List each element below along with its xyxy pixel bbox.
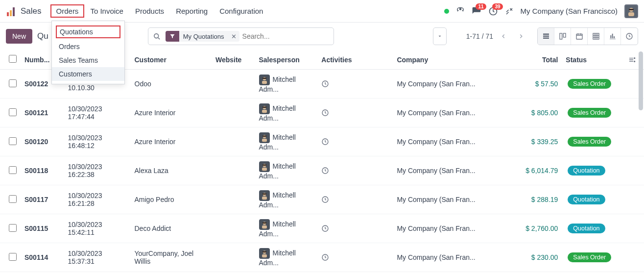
pager-prev[interactable] xyxy=(496,29,511,44)
table-row[interactable]: S0011710/30/2023 16:21:28Amigo PedroMitc… xyxy=(0,185,644,214)
clock-icon xyxy=(321,167,389,175)
col-customer[interactable]: Customer xyxy=(131,50,212,70)
svg-rect-42 xyxy=(262,197,267,200)
col-website[interactable]: Website xyxy=(212,50,255,70)
clock-icon xyxy=(321,138,389,146)
cell-company: My Company (San Fran... xyxy=(393,156,514,185)
cell-activity[interactable] xyxy=(317,156,393,185)
clock-icon xyxy=(321,225,389,232)
messages-icon[interactable]: 11 xyxy=(472,6,481,16)
cell-total: $ 230.00 xyxy=(514,243,562,272)
cell-website xyxy=(212,127,255,156)
cell-website xyxy=(212,214,255,243)
nav-reporting[interactable]: Reporting xyxy=(170,4,214,18)
cell-company: My Company (San Fran... xyxy=(393,214,514,243)
column-options-icon[interactable] xyxy=(628,56,636,64)
cell-activity[interactable] xyxy=(317,99,393,127)
row-checkbox[interactable] xyxy=(9,108,17,116)
cell-activity[interactable] xyxy=(317,185,393,214)
cell-company: My Company (San Fran... xyxy=(393,185,514,214)
dropdown-sales-teams[interactable]: Sales Teams xyxy=(52,53,124,67)
select-all-checkbox[interactable] xyxy=(9,55,17,63)
cell-activity[interactable] xyxy=(317,272,393,275)
avatar-icon xyxy=(259,75,270,85)
cell-activity[interactable] xyxy=(317,127,393,156)
status-badge: Sales Order xyxy=(568,108,611,118)
user-avatar[interactable] xyxy=(624,4,638,18)
dropdown-quotations[interactable]: Quotations xyxy=(56,25,120,38)
activities-icon[interactable]: 39 xyxy=(488,6,498,16)
svg-rect-32 xyxy=(262,139,267,142)
pager-next[interactable] xyxy=(514,29,528,44)
app-name[interactable]: Sales xyxy=(21,6,42,16)
status-badge: Sales Order xyxy=(568,137,611,147)
scrollbar[interactable] xyxy=(639,51,643,110)
cell-number: S00113 xyxy=(21,272,64,275)
clock-icon xyxy=(321,109,389,117)
company-selector[interactable]: My Company (San Francisco) xyxy=(521,7,618,15)
cell-total: $ 288.19 xyxy=(514,185,562,214)
nav-configuration[interactable]: Configuration xyxy=(214,4,269,18)
cell-customer: Azure Interior xyxy=(131,99,212,127)
nav-orders[interactable]: Orders xyxy=(50,4,85,18)
table-row[interactable]: S0011410/30/2023 15:37:31YourCompany, Jo… xyxy=(0,243,644,272)
tools-icon[interactable] xyxy=(505,7,514,16)
view-activity-icon[interactable] xyxy=(621,28,638,45)
table-row[interactable]: S0011810/30/2023 16:22:38Alexa LazaMitch… xyxy=(0,156,644,185)
cell-date: 10/30/2023 16:21:28 xyxy=(64,185,130,214)
filter-remove[interactable]: ✕ xyxy=(228,33,239,40)
cell-number: S00115 xyxy=(21,214,64,243)
cell-activity[interactable] xyxy=(317,214,393,243)
row-checkbox[interactable] xyxy=(9,253,17,261)
view-calendar-icon[interactable] xyxy=(571,28,588,45)
cell-status: Sales Order xyxy=(562,243,624,272)
cell-number: S00118 xyxy=(21,156,64,185)
row-checkbox[interactable] xyxy=(9,224,17,232)
row-checkbox[interactable] xyxy=(9,166,17,174)
nav-to-invoice[interactable]: To Invoice xyxy=(84,4,129,18)
search-box[interactable]: My Quotations ✕ xyxy=(148,27,334,45)
col-total[interactable]: Total xyxy=(514,50,562,70)
cell-activity[interactable] xyxy=(317,70,393,99)
search-input[interactable] xyxy=(242,32,334,40)
svg-rect-12 xyxy=(543,38,549,39)
cell-status: Sales Order xyxy=(562,127,624,156)
view-list-icon[interactable] xyxy=(538,28,554,45)
dropdown-orders[interactable]: Orders xyxy=(52,40,124,53)
cell-status: Quotation xyxy=(562,185,624,214)
cell-salesperson: Mitchell Adm... xyxy=(255,243,318,272)
cell-total: $ 0.00 xyxy=(514,272,562,275)
status-badge: Quotation xyxy=(568,166,605,175)
svg-rect-22 xyxy=(262,81,267,84)
table-row[interactable]: S0011310/30/2023 15:31:14YourCompany, Jo… xyxy=(0,272,644,275)
row-checkbox[interactable] xyxy=(9,137,17,145)
col-company[interactable]: Company xyxy=(393,50,514,70)
nav-products[interactable]: Products xyxy=(129,4,170,18)
breadcrumb: Qu xyxy=(37,31,48,41)
cell-customer: Deco Addict xyxy=(131,214,212,243)
search-icon xyxy=(148,33,166,40)
view-kanban-icon[interactable] xyxy=(554,28,571,45)
cell-activity[interactable] xyxy=(317,243,393,272)
table-row[interactable]: S0011510/30/2023 15:42:11Deco AddictMitc… xyxy=(0,214,644,243)
view-graph-icon[interactable] xyxy=(604,28,621,45)
table-row[interactable]: S0012010/30/2023 16:48:12Azure InteriorM… xyxy=(0,127,644,156)
pager-text[interactable]: 1-71 / 71 xyxy=(466,32,493,40)
search-dropdown-toggle[interactable] xyxy=(433,27,447,45)
new-button[interactable]: New xyxy=(6,29,32,44)
table-row[interactable]: S0012110/30/2023 17:47:44Azure InteriorM… xyxy=(0,99,644,127)
col-status[interactable]: Status xyxy=(562,50,624,70)
row-checkbox[interactable] xyxy=(9,79,17,87)
debug-icon[interactable] xyxy=(456,7,465,16)
status-badge: Quotation xyxy=(568,224,605,233)
cell-customer: YourCompany, Joel Willis xyxy=(131,243,212,272)
col-activities[interactable]: Activities xyxy=(317,50,393,70)
dropdown-customers[interactable]: Customers xyxy=(52,67,124,81)
cell-salesperson: Mitchell Adm... xyxy=(255,99,318,127)
row-checkbox[interactable] xyxy=(9,195,17,203)
cell-website xyxy=(212,243,255,272)
col-salesperson[interactable]: Salesperson xyxy=(255,50,318,70)
orders-dropdown: Quotations Orders Sales Teams Customers xyxy=(51,21,125,84)
svg-rect-1 xyxy=(10,10,12,16)
view-pivot-icon[interactable] xyxy=(588,28,604,45)
